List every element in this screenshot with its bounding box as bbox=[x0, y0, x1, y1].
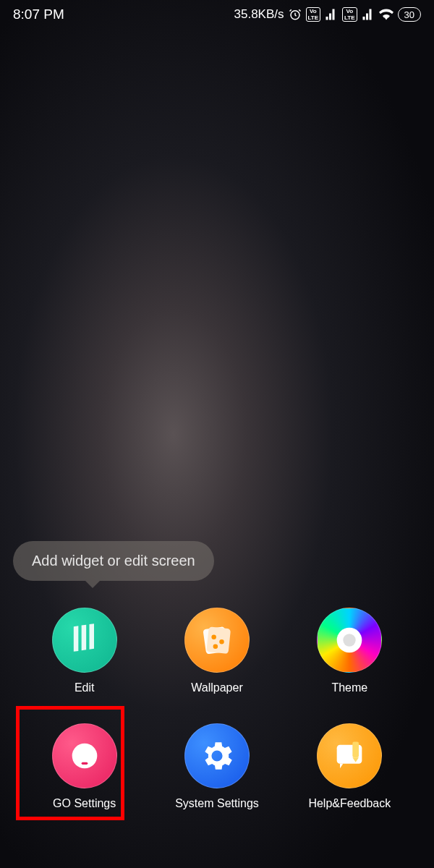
theme-icon bbox=[317, 608, 382, 673]
volte-badge-2: VoLTE bbox=[342, 7, 357, 22]
system-settings-option[interactable]: System Settings bbox=[161, 723, 272, 810]
system-settings-label: System Settings bbox=[175, 797, 259, 810]
edit-option[interactable]: Edit bbox=[29, 608, 140, 694]
status-indicators: 35.8KB/s VoLTE VoLTE 30 bbox=[234, 7, 422, 22]
edit-icon bbox=[52, 608, 117, 673]
go-settings-option[interactable]: GO Settings bbox=[29, 723, 140, 810]
signal-icon-1 bbox=[325, 8, 338, 21]
svg-rect-2 bbox=[206, 626, 231, 654]
tooltip-bubble: Add widget or edit screen bbox=[13, 541, 214, 581]
alarm-icon bbox=[289, 8, 302, 21]
signal-icon-2 bbox=[362, 8, 375, 21]
battery-indicator: 30 bbox=[398, 7, 421, 22]
theme-option[interactable]: Theme bbox=[294, 608, 405, 694]
edit-label: Edit bbox=[75, 681, 95, 694]
wifi-icon bbox=[379, 7, 393, 22]
status-bar: 8:07 PM 35.8KB/s VoLTE VoLTE 30 bbox=[0, 0, 434, 29]
volte-badge-1: VoLTE bbox=[306, 7, 321, 22]
svg-point-8 bbox=[72, 744, 97, 769]
svg-point-4 bbox=[219, 639, 224, 644]
network-speed: 35.8KB/s bbox=[234, 7, 284, 22]
tooltip-text: Add widget or edit screen bbox=[32, 553, 195, 569]
wallpaper-icon bbox=[184, 608, 250, 673]
go-settings-icon bbox=[52, 723, 117, 788]
help-feedback-icon bbox=[317, 723, 382, 788]
system-settings-icon bbox=[184, 723, 250, 788]
go-settings-label: GO Settings bbox=[53, 797, 116, 810]
wallpaper-label: Wallpaper bbox=[191, 681, 242, 694]
status-time: 8:07 PM bbox=[13, 7, 64, 22]
help-feedback-label: Help&Feedback bbox=[308, 797, 391, 810]
svg-point-5 bbox=[213, 644, 218, 649]
wallpaper-option[interactable]: Wallpaper bbox=[161, 608, 272, 694]
help-feedback-option[interactable]: Help&Feedback bbox=[294, 723, 405, 810]
svg-rect-11 bbox=[353, 742, 359, 758]
svg-point-7 bbox=[344, 634, 356, 646]
launcher-options-grid: Edit Wallpaper Theme GO Settings System … bbox=[0, 608, 434, 810]
theme-label: Theme bbox=[331, 681, 367, 694]
svg-rect-9 bbox=[81, 762, 88, 765]
svg-point-3 bbox=[211, 634, 216, 639]
